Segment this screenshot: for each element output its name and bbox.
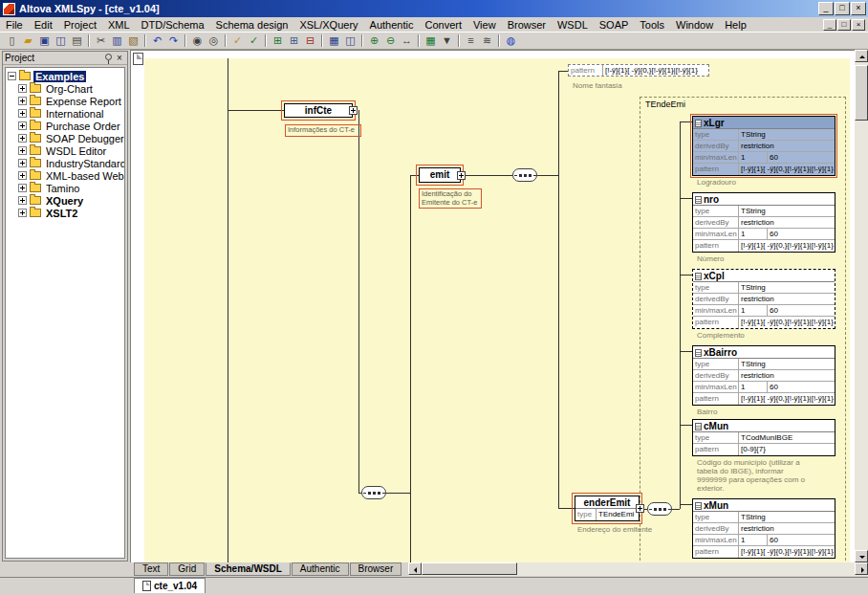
expand-icon[interactable]	[18, 97, 27, 105]
property-value[interactable]: TString	[739, 206, 835, 216]
nested-grid-icon[interactable]: ◫	[342, 33, 358, 48]
expand-handle-icon[interactable]	[457, 171, 466, 180]
menu-window[interactable]: Window	[670, 18, 719, 32]
view-tab-grid[interactable]: Grid	[169, 562, 205, 576]
element-detail-box-xBairro[interactable]: xBairrotypeTStringderivedByrestrictionmi…	[692, 345, 835, 406]
tree-item-tamino[interactable]: Tamino	[6, 182, 124, 194]
element-node-enderEmit[interactable]: enderEmit type TEndeEmi	[575, 496, 640, 521]
document-tab-cte-v1-04[interactable]: cte_v1.04	[134, 578, 206, 593]
property-value[interactable]: 60	[768, 535, 835, 545]
expand-all-icon[interactable]: ⊕	[366, 33, 382, 48]
menu-authentic[interactable]: Authentic	[364, 18, 420, 32]
menu-browser[interactable]: Browser	[502, 18, 552, 32]
property-value[interactable]: [!-ÿ]{1}[ -ÿ]{0,}[!-ÿ]{1}|[!-ÿ]{1}	[739, 393, 835, 405]
optimal-widths-icon[interactable]: ↔	[399, 33, 415, 48]
property-value[interactable]: restriction	[739, 217, 835, 228]
find-next-icon[interactable]: ◎	[206, 33, 222, 48]
maximize-button[interactable]: □	[835, 2, 850, 15]
tree-item-xquery[interactable]: XQuery	[6, 194, 124, 207]
property-value[interactable]: TCodMunIBGE	[739, 432, 835, 443]
menu-file[interactable]: File	[0, 18, 29, 32]
close-button[interactable]: ×	[851, 2, 866, 15]
mdi-maximize-button[interactable]: □	[837, 19, 851, 31]
new-document-icon[interactable]: ▯	[4, 33, 20, 48]
scroll-left-icon[interactable]	[408, 562, 422, 575]
property-value[interactable]: [!-ÿ]{1}[ -ÿ]{0,}[!-ÿ]{1}|[!-ÿ]{1}	[739, 546, 835, 558]
vertical-scrollbar-thumb[interactable]	[855, 65, 868, 121]
view-tab-text[interactable]: Text	[134, 562, 168, 576]
filter-icon[interactable]: ▼	[439, 33, 455, 48]
element-detail-box-nro[interactable]: nrotypeTStringderivedByrestrictionmin/ma…	[692, 192, 835, 253]
scroll-up-icon[interactable]	[855, 50, 868, 62]
menu-soap[interactable]: SOAP	[594, 18, 635, 32]
property-value[interactable]: 1	[739, 152, 768, 163]
view-tab-schema-wsdl[interactable]: Schema/WSDL	[206, 562, 291, 576]
property-value[interactable]: 1	[739, 305, 768, 316]
expand-handle-icon[interactable]	[349, 106, 358, 115]
property-value[interactable]: 60	[768, 229, 835, 239]
property-value[interactable]: [!-ÿ]{1}[ -ÿ]{0,}[!-ÿ]{1}|[!-ÿ]{1}	[603, 65, 708, 76]
undo-icon[interactable]: ↶	[149, 33, 165, 48]
view-tab-browser[interactable]: Browser	[350, 562, 402, 576]
find-icon[interactable]: ◉	[189, 33, 206, 48]
minimize-button[interactable]: _	[818, 2, 834, 15]
property-value[interactable]: TString	[739, 129, 835, 140]
validate-icon[interactable]: ✓	[246, 33, 262, 48]
property-value[interactable]: [!-ÿ]{1}[ -ÿ]{0,}[!-ÿ]{1}|[!-ÿ]{1}	[739, 164, 835, 175]
close-panel-icon[interactable]	[114, 53, 125, 64]
sequence-compositor-icon[interactable]	[512, 168, 537, 182]
tree-item-wsdl-editor[interactable]: WSDL Editor	[6, 144, 124, 157]
tree-item-purchase-order[interactable]: Purchase Order	[6, 120, 124, 132]
property-value[interactable]: 60	[768, 152, 835, 163]
property-value[interactable]: restriction	[739, 141, 835, 151]
tree-item-xml-based-website[interactable]: XML-based Website	[6, 169, 124, 182]
collapse-all-icon[interactable]: ⊖	[382, 33, 399, 48]
expand-icon[interactable]	[18, 184, 27, 192]
check-well-formed-icon[interactable]: ✓	[229, 33, 246, 48]
horizontal-scrollbar[interactable]	[408, 562, 868, 576]
menu-xml[interactable]: XML	[102, 18, 136, 32]
app-icon[interactable]	[3, 3, 15, 15]
save-all-icon[interactable]: ◫	[53, 33, 69, 48]
property-value[interactable]: restriction	[739, 523, 835, 534]
scroll-down-icon[interactable]	[855, 550, 868, 562]
insert-element-icon[interactable]: ⊞	[270, 33, 286, 48]
menu-wsdl[interactable]: WSDL	[552, 18, 594, 32]
expand-icon[interactable]	[18, 159, 27, 167]
paste-icon[interactable]: ▧	[125, 33, 141, 48]
save-icon[interactable]: ▣	[36, 33, 53, 48]
property-value[interactable]: TString	[739, 512, 835, 522]
remove-element-icon[interactable]: ⊟	[302, 33, 318, 48]
mdi-close-button[interactable]: ×	[852, 19, 865, 31]
indent-icon[interactable]: ≡	[463, 33, 479, 48]
element-node-partial-xFant[interactable]: pattern [!-ÿ]{1}[ -ÿ]{0,}[!-ÿ]{1}|[!-ÿ]{…	[568, 64, 709, 77]
menu-view[interactable]: View	[467, 18, 502, 32]
sequence-compositor-icon[interactable]	[361, 486, 386, 499]
property-value[interactable]: 60	[768, 305, 835, 316]
menu-help[interactable]: Help	[719, 18, 752, 32]
element-node-emit[interactable]: emit	[419, 167, 461, 183]
expand-icon[interactable]	[18, 209, 27, 217]
property-value[interactable]: 1	[739, 229, 768, 239]
expand-handle-icon[interactable]	[636, 504, 644, 513]
expand-icon[interactable]	[18, 146, 27, 155]
expand-icon[interactable]	[18, 121, 27, 130]
tree-item-soap-debugger[interactable]: SOAP Debugger	[6, 132, 124, 144]
menu-schema-design[interactable]: Schema design	[210, 18, 294, 32]
copy-icon[interactable]: ▥	[109, 33, 125, 48]
pin-icon[interactable]	[102, 53, 114, 64]
pretty-print-icon[interactable]: ≋	[479, 33, 495, 48]
view-tab-authentic[interactable]: Authentic	[292, 562, 349, 576]
expand-icon[interactable]	[18, 171, 27, 180]
redo-icon[interactable]: ↷	[165, 33, 182, 48]
property-value[interactable]: 1	[739, 535, 768, 545]
tree-item-xslt2[interactable]: XSLT2	[6, 207, 124, 219]
scroll-right-icon[interactable]	[855, 562, 868, 575]
element-detail-box-xLgr[interactable]: xLgrtypeTStringderivedByrestrictionmin/m…	[692, 116, 835, 176]
cut-icon[interactable]: ✂	[93, 33, 109, 48]
mdi-minimize-button[interactable]: _	[823, 19, 836, 31]
title-bar[interactable]: Altova XMLSpy - [cte_v1.04] _□×	[0, 0, 868, 17]
schema-globals-icon[interactable]	[133, 53, 143, 65]
browser-view-icon[interactable]: ◍	[503, 33, 519, 48]
expand-icon[interactable]	[18, 196, 27, 205]
